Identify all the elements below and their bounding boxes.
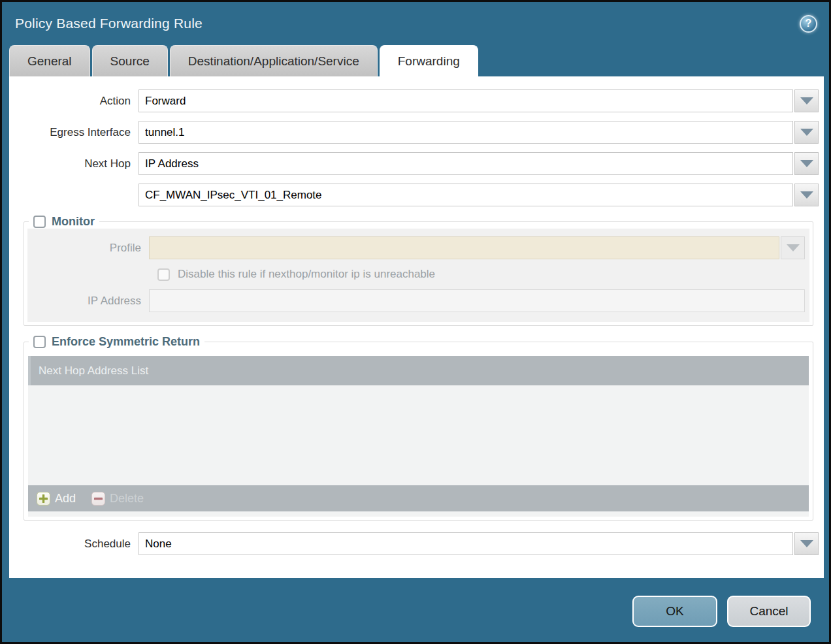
disable-rule-checkbox bbox=[157, 268, 170, 281]
symmetric-return-title: Enforce Symmetric Return bbox=[52, 335, 200, 349]
dialog-titlebar: Policy Based Forwarding Rule ? bbox=[2, 2, 829, 45]
tab-general[interactable]: General bbox=[9, 45, 90, 76]
monitor-ip-input bbox=[149, 289, 805, 312]
add-button-label: Add bbox=[55, 492, 76, 506]
next-hop-row: Next Hop bbox=[9, 152, 819, 175]
minus-icon bbox=[91, 492, 105, 506]
schedule-label: Schedule bbox=[9, 538, 138, 551]
profile-input bbox=[149, 236, 779, 259]
monitor-ip-row: IP Address bbox=[27, 289, 809, 312]
action-dropdown-button[interactable] bbox=[794, 89, 819, 112]
tab-bar: General Source Destination/Application/S… bbox=[2, 45, 829, 76]
next-hop-type-input[interactable] bbox=[138, 152, 793, 175]
egress-interface-input[interactable] bbox=[138, 121, 793, 144]
tab-source[interactable]: Source bbox=[92, 45, 168, 76]
ok-button[interactable]: OK bbox=[632, 596, 717, 627]
tab-forwarding[interactable]: Forwarding bbox=[380, 45, 478, 76]
dialog-footer: OK Cancel bbox=[2, 578, 829, 627]
egress-interface-combo bbox=[138, 121, 819, 144]
next-hop-address-input[interactable] bbox=[138, 184, 793, 206]
chevron-down-icon bbox=[800, 191, 813, 199]
chevron-down-icon bbox=[800, 540, 813, 547]
help-icon[interactable]: ? bbox=[800, 15, 817, 33]
cancel-button[interactable]: Cancel bbox=[727, 596, 811, 627]
egress-interface-label: Egress Interface bbox=[9, 126, 138, 139]
dialog-title: Policy Based Forwarding Rule bbox=[15, 16, 203, 31]
action-row: Action bbox=[9, 89, 819, 112]
next-hop-type-dropdown-button[interactable] bbox=[794, 152, 819, 175]
symmetric-return-checkbox[interactable] bbox=[33, 336, 46, 348]
table-body bbox=[28, 385, 809, 485]
symmetric-return-fieldset: Enforce Symmetric Return Next Hop Addres… bbox=[24, 335, 813, 521]
next-hop-address-combo bbox=[138, 184, 819, 206]
tab-destination-application-service[interactable]: Destination/Application/Service bbox=[170, 45, 378, 76]
next-hop-address-row bbox=[9, 184, 819, 206]
table-header-label: Next Hop Address List bbox=[39, 364, 148, 378]
schedule-combo bbox=[138, 532, 819, 555]
disable-rule-row: Disable this rule if nexthop/monitor ip … bbox=[157, 268, 809, 281]
monitor-title: Monitor bbox=[52, 215, 95, 229]
chevron-down-icon bbox=[787, 244, 800, 251]
disable-rule-label: Disable this rule if nexthop/monitor ip … bbox=[178, 268, 435, 281]
chevron-down-icon bbox=[800, 160, 813, 167]
delete-button-label: Delete bbox=[110, 492, 144, 506]
monitor-ip-combo bbox=[149, 289, 805, 312]
next-hop-type-combo bbox=[138, 152, 819, 175]
action-input[interactable] bbox=[138, 89, 793, 112]
table-toolbar: Add Delete bbox=[28, 485, 809, 511]
egress-interface-row: Egress Interface bbox=[9, 121, 819, 144]
delete-button: Delete bbox=[91, 492, 144, 506]
schedule-row: Schedule bbox=[9, 532, 819, 555]
forwarding-tab-panel: Action Egress Interface Next Hop bbox=[9, 76, 824, 578]
monitor-ip-label: IP Address bbox=[27, 295, 149, 308]
table-bottom-strip bbox=[28, 511, 809, 517]
next-hop-address-dropdown-button[interactable] bbox=[794, 184, 819, 206]
egress-interface-dropdown-button[interactable] bbox=[794, 121, 819, 144]
profile-combo bbox=[149, 236, 805, 259]
schedule-input[interactable] bbox=[138, 532, 793, 555]
action-label: Action bbox=[9, 95, 138, 108]
plus-icon bbox=[37, 492, 50, 506]
next-hop-label: Next Hop bbox=[9, 157, 138, 170]
chevron-down-icon bbox=[800, 97, 813, 105]
monitor-body: Profile Disable this rule if nexthop/mon… bbox=[27, 229, 809, 322]
monitor-checkbox[interactable] bbox=[33, 216, 46, 228]
symmetric-return-legend: Enforce Symmetric Return bbox=[29, 335, 204, 349]
chevron-down-icon bbox=[800, 129, 813, 136]
profile-row: Profile bbox=[27, 236, 809, 259]
profile-label: Profile bbox=[27, 242, 149, 255]
pbf-rule-dialog: { "dialog": { "title": "Policy Based For… bbox=[0, 0, 831, 644]
next-hop-address-table: Next Hop Address List Add Delete bbox=[28, 356, 809, 517]
monitor-legend: Monitor bbox=[29, 215, 99, 229]
schedule-dropdown-button[interactable] bbox=[794, 532, 819, 555]
monitor-fieldset: Monitor Profile Disable this rule if nex… bbox=[24, 215, 813, 326]
profile-dropdown-button bbox=[781, 236, 805, 259]
action-combo bbox=[138, 89, 819, 112]
add-button[interactable]: Add bbox=[37, 492, 76, 506]
table-header: Next Hop Address List bbox=[28, 356, 809, 385]
